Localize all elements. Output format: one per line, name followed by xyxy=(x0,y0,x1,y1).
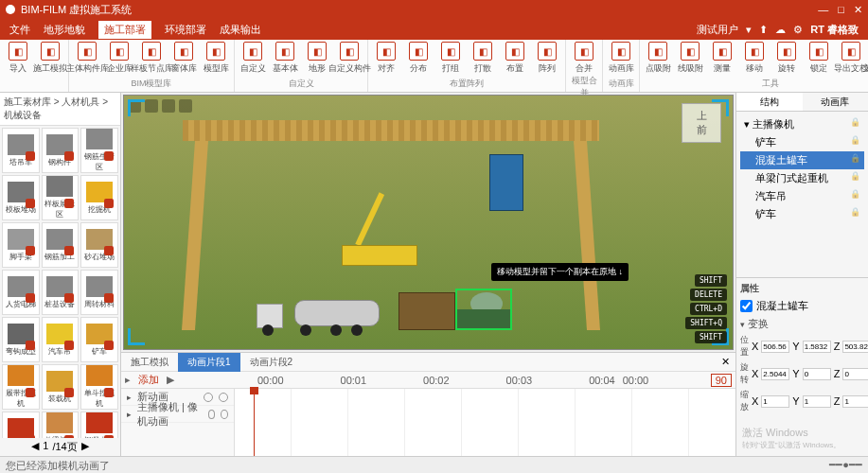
add-track-button[interactable]: 添加 xyxy=(138,373,159,387)
download-icon[interactable] xyxy=(64,293,74,303)
cloud-icon[interactable]: ☁ xyxy=(775,24,786,36)
asset-item[interactable]: 压路机 xyxy=(2,412,40,438)
timeline-area[interactable] xyxy=(235,389,735,456)
tree-item[interactable]: 单梁门式起重机🔒 xyxy=(740,169,864,187)
asset-item[interactable]: 汽车吊 xyxy=(42,317,80,362)
rot-z[interactable] xyxy=(842,368,868,380)
ribbon-对齐[interactable]: ◧对齐 xyxy=(372,42,400,75)
menu-3[interactable]: 环境部署 xyxy=(165,23,206,37)
asset-item[interactable]: 单斗挖掘机 xyxy=(80,364,118,410)
maximize-icon[interactable]: □ xyxy=(838,4,844,16)
vp-tool[interactable] xyxy=(179,99,192,113)
download-icon[interactable] xyxy=(26,199,35,208)
ribbon-样板节点库[interactable]: ◧样板节点库 xyxy=(137,42,166,75)
download-icon[interactable] xyxy=(26,246,35,255)
ribbon-阵列[interactable]: ◧阵列 xyxy=(533,42,561,75)
ribbon-地形[interactable]: ◧地形 xyxy=(303,42,331,75)
minimize-icon[interactable]: — xyxy=(818,4,828,16)
asset-item[interactable]: 钢筋生产区 xyxy=(80,128,118,173)
asset-item[interactable]: 样板展示区 xyxy=(42,175,80,220)
download-icon[interactable] xyxy=(104,293,114,303)
asset-item[interactable]: 混凝土搅拌机 xyxy=(80,412,118,438)
asset-item[interactable]: 装载机 xyxy=(42,364,80,410)
menu-1[interactable]: 地形地貌 xyxy=(44,23,85,37)
download-icon[interactable] xyxy=(64,151,74,161)
gear-icon[interactable]: ⚙ xyxy=(793,24,803,36)
asset-item[interactable]: 塔吊车 xyxy=(2,128,40,173)
timeline-close[interactable]: ✕ xyxy=(716,356,735,368)
download-icon[interactable] xyxy=(104,388,114,397)
ribbon-主体构件库[interactable]: ◧主体构件库 xyxy=(73,42,101,75)
track-row[interactable]: ▸ 主播像机 | 像机动画 xyxy=(121,406,234,423)
ribbon-布置[interactable]: ◧布置 xyxy=(501,42,529,75)
ribbon-模型库[interactable]: ◧模型库 xyxy=(202,42,230,75)
play-icon[interactable]: ▶ xyxy=(167,374,174,386)
tree-item[interactable]: 铲车🔒 xyxy=(740,133,864,151)
mixer-selected-model[interactable] xyxy=(455,289,512,330)
ribbon-锁定[interactable]: ◧锁定 xyxy=(805,42,833,75)
menu-0[interactable]: 文件 xyxy=(9,23,30,37)
ribbon-点吸附[interactable]: ◧点吸附 xyxy=(644,42,672,75)
lock-icon[interactable]: 🔒 xyxy=(850,117,860,131)
download-icon[interactable] xyxy=(104,435,114,438)
page-next[interactable]: ▶ xyxy=(81,440,89,454)
timeline-frame[interactable]: 90 xyxy=(711,374,732,387)
download-icon[interactable] xyxy=(26,341,35,350)
close-icon[interactable]: ✕ xyxy=(854,4,862,16)
ribbon-打散[interactable]: ◧打散 xyxy=(469,42,497,75)
asset-item[interactable]: 铲车 xyxy=(80,317,118,362)
download-icon[interactable] xyxy=(26,293,35,303)
download-icon[interactable] xyxy=(64,388,74,397)
ribbon-施工模拟[interactable]: ◧施工模拟 xyxy=(36,42,64,75)
download-icon[interactable] xyxy=(64,199,74,208)
download-icon[interactable] xyxy=(26,151,35,161)
asset-item[interactable]: 脚手架 xyxy=(2,222,40,268)
ribbon-企业库[interactable]: ◧企业库 xyxy=(105,42,133,75)
status-slider[interactable]: ━━●━━ xyxy=(829,459,862,471)
asset-item[interactable]: 周转材料 xyxy=(80,270,118,315)
user-menu[interactable]: 测试用户 xyxy=(697,23,738,37)
timeline-expand-icon[interactable]: ▸ xyxy=(125,374,131,386)
lock-icon[interactable]: 🔒 xyxy=(850,171,860,185)
pos-y[interactable] xyxy=(803,341,831,353)
vp-tool[interactable] xyxy=(145,99,158,113)
ribbon-移动[interactable]: ◧移动 xyxy=(740,42,769,75)
rot-x[interactable] xyxy=(761,368,789,380)
asset-item[interactable]: 模板堆场 xyxy=(2,175,40,220)
download-icon[interactable] xyxy=(64,246,74,255)
download-icon[interactable] xyxy=(104,246,114,255)
ribbon-自定义构件[interactable]: ◧自定义构件 xyxy=(335,42,363,75)
vp-tool[interactable] xyxy=(162,99,175,113)
tree-item[interactable]: 混凝土罐车🔒 xyxy=(740,151,864,169)
ribbon-动画库[interactable]: ◧动画库 xyxy=(607,42,635,75)
download-icon[interactable] xyxy=(104,151,114,161)
ribbon-打组[interactable]: ◧打组 xyxy=(436,42,465,75)
ribbon-导入[interactable]: ◧导入 xyxy=(4,42,32,75)
asset-item[interactable]: 单梁门式起重机 xyxy=(42,412,80,438)
ribbon-旋转[interactable]: ◧旋转 xyxy=(772,42,801,75)
tab-structure[interactable]: 结构 xyxy=(736,93,803,111)
ribbon-窗体库[interactable]: ◧窗体库 xyxy=(169,42,198,75)
download-icon[interactable] xyxy=(104,199,114,208)
playhead[interactable] xyxy=(254,389,255,456)
ribbon-导出文档[interactable]: ◧导出文档 xyxy=(837,42,865,75)
download-icon[interactable] xyxy=(64,435,74,438)
timeline-tab[interactable]: 动画片段2 xyxy=(240,353,303,372)
breadcrumb[interactable]: 施工素材库 > 人材机具 > 机械设备 xyxy=(0,93,120,126)
tree-root[interactable]: ▾ 主播像机🔒 xyxy=(740,115,864,133)
pos-z[interactable] xyxy=(842,341,868,353)
timeline-tab[interactable]: 施工模拟 xyxy=(121,353,178,372)
asset-item[interactable]: 弯钩成型 xyxy=(2,317,40,362)
page-prev[interactable]: ◀ xyxy=(31,440,39,454)
tree-item[interactable]: 铲车🔒 xyxy=(740,205,864,223)
upload-icon[interactable]: ⬆ xyxy=(759,24,768,36)
eye-icon[interactable] xyxy=(204,393,213,402)
lock-icon[interactable] xyxy=(221,410,228,419)
download-icon[interactable] xyxy=(64,341,74,350)
concrete-truck-model[interactable] xyxy=(257,294,380,336)
tree-item[interactable]: 汽车吊🔒 xyxy=(740,187,864,205)
tab-animlib[interactable]: 动画库 xyxy=(803,93,869,111)
download-icon[interactable] xyxy=(26,388,35,397)
scl-z[interactable] xyxy=(842,395,868,408)
lock-icon[interactable]: 🔒 xyxy=(850,189,860,203)
